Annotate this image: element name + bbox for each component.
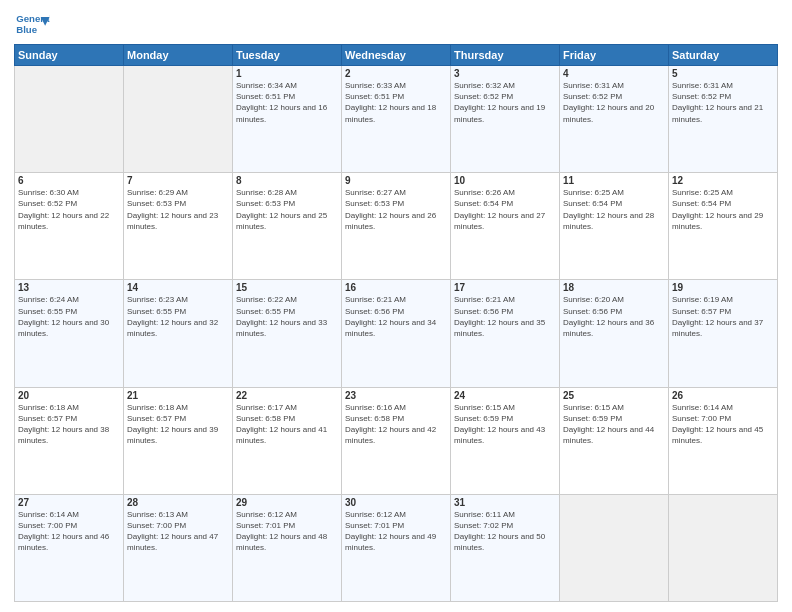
calendar-cell: 8Sunrise: 6:28 AMSunset: 6:53 PMDaylight… [233,173,342,280]
weekday-header-tuesday: Tuesday [233,45,342,66]
calendar-cell: 24Sunrise: 6:15 AMSunset: 6:59 PMDayligh… [451,387,560,494]
calendar-cell: 12Sunrise: 6:25 AMSunset: 6:54 PMDayligh… [669,173,778,280]
calendar-cell [560,494,669,601]
day-detail: Sunrise: 6:22 AMSunset: 6:55 PMDaylight:… [236,294,338,339]
day-detail: Sunrise: 6:20 AMSunset: 6:56 PMDaylight:… [563,294,665,339]
day-number: 11 [563,175,665,186]
day-detail: Sunrise: 6:11 AMSunset: 7:02 PMDaylight:… [454,509,556,554]
day-detail: Sunrise: 6:25 AMSunset: 6:54 PMDaylight:… [672,187,774,232]
day-number: 22 [236,390,338,401]
calendar-week-4: 20Sunrise: 6:18 AMSunset: 6:57 PMDayligh… [15,387,778,494]
day-detail: Sunrise: 6:21 AMSunset: 6:56 PMDaylight:… [454,294,556,339]
calendar-cell: 20Sunrise: 6:18 AMSunset: 6:57 PMDayligh… [15,387,124,494]
day-number: 7 [127,175,229,186]
calendar-cell [669,494,778,601]
page-header: General Blue [14,10,778,38]
calendar-cell: 31Sunrise: 6:11 AMSunset: 7:02 PMDayligh… [451,494,560,601]
day-detail: Sunrise: 6:16 AMSunset: 6:58 PMDaylight:… [345,402,447,447]
day-number: 31 [454,497,556,508]
day-number: 26 [672,390,774,401]
day-number: 28 [127,497,229,508]
calendar-cell: 13Sunrise: 6:24 AMSunset: 6:55 PMDayligh… [15,280,124,387]
day-detail: Sunrise: 6:18 AMSunset: 6:57 PMDaylight:… [127,402,229,447]
day-number: 6 [18,175,120,186]
day-number: 23 [345,390,447,401]
calendar-cell [124,66,233,173]
day-number: 19 [672,282,774,293]
weekday-header-sunday: Sunday [15,45,124,66]
day-number: 8 [236,175,338,186]
calendar-cell: 26Sunrise: 6:14 AMSunset: 7:00 PMDayligh… [669,387,778,494]
day-detail: Sunrise: 6:24 AMSunset: 6:55 PMDaylight:… [18,294,120,339]
calendar-cell: 4Sunrise: 6:31 AMSunset: 6:52 PMDaylight… [560,66,669,173]
calendar-cell: 23Sunrise: 6:16 AMSunset: 6:58 PMDayligh… [342,387,451,494]
calendar-week-3: 13Sunrise: 6:24 AMSunset: 6:55 PMDayligh… [15,280,778,387]
day-detail: Sunrise: 6:26 AMSunset: 6:54 PMDaylight:… [454,187,556,232]
day-detail: Sunrise: 6:18 AMSunset: 6:57 PMDaylight:… [18,402,120,447]
day-number: 24 [454,390,556,401]
day-number: 4 [563,68,665,79]
day-detail: Sunrise: 6:31 AMSunset: 6:52 PMDaylight:… [563,80,665,125]
day-number: 30 [345,497,447,508]
day-number: 14 [127,282,229,293]
calendar-cell: 29Sunrise: 6:12 AMSunset: 7:01 PMDayligh… [233,494,342,601]
weekday-header-monday: Monday [124,45,233,66]
calendar-cell: 28Sunrise: 6:13 AMSunset: 7:00 PMDayligh… [124,494,233,601]
calendar-cell: 3Sunrise: 6:32 AMSunset: 6:52 PMDaylight… [451,66,560,173]
day-detail: Sunrise: 6:13 AMSunset: 7:00 PMDaylight:… [127,509,229,554]
weekday-header-row: SundayMondayTuesdayWednesdayThursdayFrid… [15,45,778,66]
day-number: 13 [18,282,120,293]
day-detail: Sunrise: 6:33 AMSunset: 6:51 PMDaylight:… [345,80,447,125]
calendar-week-5: 27Sunrise: 6:14 AMSunset: 7:00 PMDayligh… [15,494,778,601]
day-number: 1 [236,68,338,79]
calendar-cell: 7Sunrise: 6:29 AMSunset: 6:53 PMDaylight… [124,173,233,280]
day-detail: Sunrise: 6:15 AMSunset: 6:59 PMDaylight:… [563,402,665,447]
day-detail: Sunrise: 6:12 AMSunset: 7:01 PMDaylight:… [236,509,338,554]
day-number: 10 [454,175,556,186]
calendar-cell: 16Sunrise: 6:21 AMSunset: 6:56 PMDayligh… [342,280,451,387]
weekday-header-wednesday: Wednesday [342,45,451,66]
logo: General Blue [14,10,50,38]
day-detail: Sunrise: 6:21 AMSunset: 6:56 PMDaylight:… [345,294,447,339]
day-number: 27 [18,497,120,508]
day-number: 20 [18,390,120,401]
calendar-cell: 11Sunrise: 6:25 AMSunset: 6:54 PMDayligh… [560,173,669,280]
day-detail: Sunrise: 6:14 AMSunset: 7:00 PMDaylight:… [672,402,774,447]
calendar-cell: 2Sunrise: 6:33 AMSunset: 6:51 PMDaylight… [342,66,451,173]
day-number: 21 [127,390,229,401]
calendar-cell: 6Sunrise: 6:30 AMSunset: 6:52 PMDaylight… [15,173,124,280]
calendar-cell: 5Sunrise: 6:31 AMSunset: 6:52 PMDaylight… [669,66,778,173]
day-detail: Sunrise: 6:15 AMSunset: 6:59 PMDaylight:… [454,402,556,447]
weekday-header-saturday: Saturday [669,45,778,66]
calendar-cell: 30Sunrise: 6:12 AMSunset: 7:01 PMDayligh… [342,494,451,601]
calendar-cell: 17Sunrise: 6:21 AMSunset: 6:56 PMDayligh… [451,280,560,387]
day-detail: Sunrise: 6:17 AMSunset: 6:58 PMDaylight:… [236,402,338,447]
calendar-cell: 10Sunrise: 6:26 AMSunset: 6:54 PMDayligh… [451,173,560,280]
day-number: 12 [672,175,774,186]
svg-text:Blue: Blue [16,24,37,35]
day-detail: Sunrise: 6:14 AMSunset: 7:00 PMDaylight:… [18,509,120,554]
day-detail: Sunrise: 6:25 AMSunset: 6:54 PMDaylight:… [563,187,665,232]
calendar-cell: 22Sunrise: 6:17 AMSunset: 6:58 PMDayligh… [233,387,342,494]
weekday-header-friday: Friday [560,45,669,66]
day-number: 9 [345,175,447,186]
day-number: 16 [345,282,447,293]
day-number: 29 [236,497,338,508]
calendar-cell: 1Sunrise: 6:34 AMSunset: 6:51 PMDaylight… [233,66,342,173]
day-detail: Sunrise: 6:31 AMSunset: 6:52 PMDaylight:… [672,80,774,125]
calendar-cell: 21Sunrise: 6:18 AMSunset: 6:57 PMDayligh… [124,387,233,494]
calendar-page: General Blue SundayMondayTuesdayWednesda… [0,0,792,612]
calendar-cell: 14Sunrise: 6:23 AMSunset: 6:55 PMDayligh… [124,280,233,387]
calendar-cell [15,66,124,173]
calendar-week-1: 1Sunrise: 6:34 AMSunset: 6:51 PMDaylight… [15,66,778,173]
day-detail: Sunrise: 6:28 AMSunset: 6:53 PMDaylight:… [236,187,338,232]
day-detail: Sunrise: 6:19 AMSunset: 6:57 PMDaylight:… [672,294,774,339]
day-detail: Sunrise: 6:29 AMSunset: 6:53 PMDaylight:… [127,187,229,232]
day-number: 15 [236,282,338,293]
day-detail: Sunrise: 6:30 AMSunset: 6:52 PMDaylight:… [18,187,120,232]
day-detail: Sunrise: 6:27 AMSunset: 6:53 PMDaylight:… [345,187,447,232]
calendar-cell: 9Sunrise: 6:27 AMSunset: 6:53 PMDaylight… [342,173,451,280]
day-number: 18 [563,282,665,293]
day-number: 25 [563,390,665,401]
day-number: 17 [454,282,556,293]
